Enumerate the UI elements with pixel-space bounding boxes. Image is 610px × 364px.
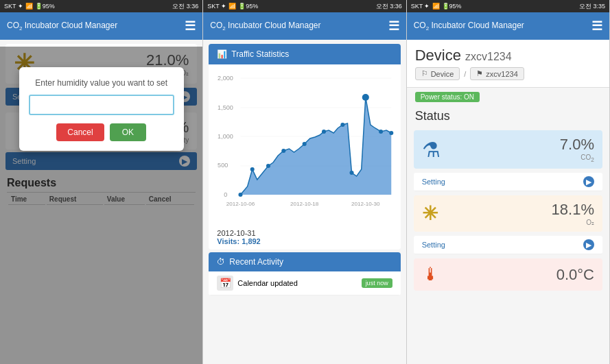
status-bar-left-3: SKT ✦ 📶 🔋95% (411, 3, 462, 10)
svg-point-17 (341, 123, 345, 127)
panel2: SKT ✦ 📶 🔋95% 오전 3:36 CO2 Incubator Cloud… (203, 0, 406, 364)
flask-icon: ⚗ (422, 138, 441, 162)
svg-point-16 (322, 130, 326, 134)
activity-title: Recent Activity (229, 257, 283, 267)
server-icon: ⚐ (421, 69, 428, 78)
status-bar-left-1: SKT ✦ 📶 🔋95% (4, 3, 55, 10)
nav-title-3: CO2 Incubator Cloud Manager (414, 21, 524, 32)
asterisk-icon-p3: ✳ (422, 202, 438, 225)
status-bar-left-2: SKT ✦ 📶 🔋95% (207, 3, 258, 10)
svg-point-15 (303, 142, 307, 146)
co2-label: CO2 (560, 154, 594, 163)
power-status-row: Power status: ON (407, 88, 609, 106)
status-bar-3: SKT ✦ 📶 🔋95% 오전 3:35 (407, 0, 609, 12)
top-nav-2: CO2 Incubator Cloud Manager ☰ (203, 12, 406, 40)
breadcrumb-id-item[interactable]: ⚑ zxcv1234 (470, 67, 524, 80)
dialog-box: Enter humidity value you want to set Can… (19, 67, 184, 151)
activity-card: ⏱ Recent Activity 📅 Calendar updated jus… (209, 252, 400, 295)
clock-icon: ⏱ (217, 257, 225, 267)
svg-point-20 (379, 130, 383, 134)
device-word: Device (415, 47, 461, 64)
dialog-buttons: Cancel OK (29, 123, 174, 141)
visits-label: Visits: (217, 237, 239, 245)
time-1: 오전 3:36 (172, 2, 198, 11)
svg-text:2012-10-30: 2012-10-30 (351, 201, 380, 207)
panel1: SKT ✦ 📶 🔋95% 오전 3:36 CO2 Incubator Cloud… (0, 0, 203, 364)
skt-label-2: SKT ✦ (207, 3, 226, 10)
svg-text:0: 0 (224, 191, 228, 198)
breadcrumb-device[interactable]: ⚐ Device (415, 67, 460, 80)
chart-date: 2012-10-31 (217, 229, 392, 237)
setting-arrow-o2: ▶ (583, 239, 594, 250)
traffic-title: Traffic Statistics (231, 49, 289, 59)
svg-text:500: 500 (218, 162, 228, 169)
o2-value-group-p3: 18.1% O₂ (552, 201, 594, 226)
temp-value: 0.0°C (556, 266, 594, 284)
activity-item: 📅 Calendar updated just now (209, 271, 400, 295)
activity-item-left: 📅 Calendar updated (217, 276, 297, 291)
traffic-card: 📊 Traffic Statistics 2,000 1,500 1,000 5… (209, 44, 400, 250)
co2-value-group: 7.0% CO2 (560, 136, 594, 163)
setting-label-co2: Setting (422, 178, 445, 186)
status-bar-right-3: 오전 3:35 (579, 2, 605, 11)
menu-icon-2[interactable]: ☰ (388, 19, 399, 34)
device-id: zxcv1234 (465, 51, 512, 62)
skt-label-3: SKT ✦ (411, 3, 430, 10)
battery-icon-1: 🔋95% (35, 3, 55, 10)
o2-label-p3: O₂ (552, 219, 594, 226)
status-bar-right-1: 오전 3:36 (172, 2, 198, 11)
svg-point-14 (282, 149, 286, 153)
device-title: Device zxcv1234 (415, 47, 601, 64)
thermometer-icon: 🌡 (422, 264, 440, 285)
power-status-badge: Power status: ON (415, 92, 480, 102)
chart-icon: 📊 (217, 49, 227, 59)
menu-icon-3[interactable]: ☰ (591, 19, 602, 34)
date-info: 2012-10-31 Visits: 1,892 (209, 226, 400, 250)
temp-card: 🌡 0.0°C (414, 258, 602, 291)
top-nav-1: CO2 Incubator Cloud Manager ☰ (0, 12, 202, 40)
setting-arrow-co2: ▶ (583, 176, 594, 187)
status-bar-right-2: 오전 3:36 (376, 2, 402, 11)
signal-icon-1: 📶 (25, 3, 33, 10)
traffic-header: 📊 Traffic Statistics (209, 44, 400, 64)
menu-icon-1[interactable]: ☰ (185, 19, 196, 34)
status-bar-1: SKT ✦ 📶 🔋95% 오전 3:36 (0, 0, 202, 12)
temp-value-group: 0.0°C (556, 266, 594, 284)
time-3: 오전 3:35 (579, 2, 605, 11)
svg-text:1,000: 1,000 (218, 133, 233, 140)
co2-value: 7.0% (560, 136, 594, 154)
ok-button[interactable]: OK (110, 123, 146, 141)
svg-point-19 (362, 94, 369, 101)
chart-area: 2,000 1,500 1,000 500 0 (214, 70, 395, 221)
breadcrumb-device-label: Device (431, 70, 454, 78)
signal-icon-2: 📶 (228, 3, 236, 10)
setting-row-co2[interactable]: Setting ▶ (414, 173, 602, 191)
humidity-input[interactable] (29, 95, 174, 115)
breadcrumb-id-label: zxcv1234 (486, 70, 517, 78)
panel3: SKT ✦ 📶 🔋95% 오전 3:35 CO2 Incubator Cloud… (407, 0, 610, 364)
chart-svg: 2,000 1,500 1,000 500 0 (214, 70, 395, 221)
folder-icon: ⚑ (476, 69, 483, 78)
device-header: Device zxcv1234 ⚐ Device / ⚑ zxcv1234 (407, 40, 609, 88)
nav-title-1: CO2 Incubator Cloud Manager (7, 21, 117, 32)
svg-point-12 (250, 167, 255, 171)
calendar-icon: 📅 (217, 276, 233, 291)
time-2: 오전 3:36 (376, 2, 402, 11)
visits-text: Visits: 1,892 (217, 237, 392, 245)
dialog-overlay: Enter humidity value you want to set Can… (0, 47, 202, 364)
signal-icon-3: 📶 (432, 3, 440, 10)
breadcrumb-row: ⚐ Device / ⚑ zxcv1234 (415, 67, 601, 80)
skt-label-1: SKT ✦ (4, 3, 23, 10)
cancel-button[interactable]: Cancel (56, 123, 104, 141)
svg-text:2012-10-06: 2012-10-06 (226, 201, 255, 207)
svg-point-21 (390, 131, 394, 135)
setting-row-o2[interactable]: Setting ▶ (414, 236, 602, 254)
o2-card-p3: ✳ 18.1% O₂ (414, 195, 602, 232)
visits-value: 1,892 (242, 237, 261, 245)
svg-point-18 (350, 171, 354, 175)
battery-icon-3: 🔋95% (442, 3, 462, 10)
status-bar-2: SKT ✦ 📶 🔋95% 오전 3:36 (203, 0, 406, 12)
svg-text:2,000: 2,000 (218, 75, 233, 82)
chart-container: 2,000 1,500 1,000 500 0 (209, 64, 400, 226)
svg-text:2012-10-18: 2012-10-18 (290, 201, 319, 207)
